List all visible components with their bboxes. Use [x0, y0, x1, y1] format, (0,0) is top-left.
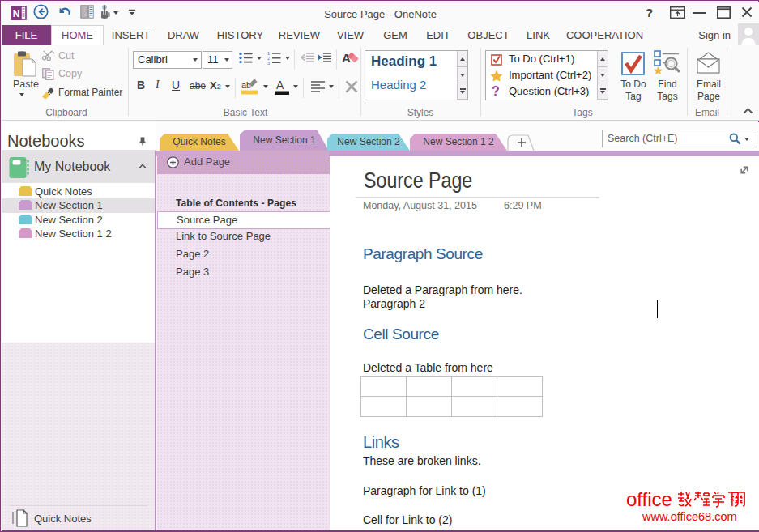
svg-text:3: 3	[267, 61, 270, 66]
svg-text:N: N	[13, 8, 20, 19]
svg-text:A: A	[276, 79, 284, 92]
